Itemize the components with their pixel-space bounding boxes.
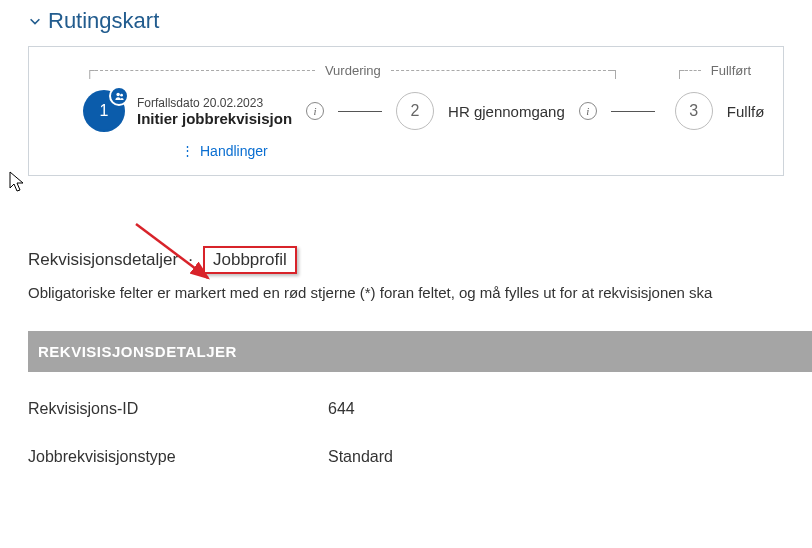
drag-handle-icon[interactable]: ⋮ bbox=[181, 147, 194, 155]
people-badge-icon bbox=[109, 86, 129, 106]
detail-value-req-id: 644 bbox=[328, 400, 355, 418]
svg-point-1 bbox=[120, 93, 123, 96]
connector bbox=[611, 111, 655, 112]
actions-link[interactable]: Handlinger bbox=[200, 143, 268, 159]
step-1-title: Initier jobbrekvisisjon bbox=[137, 110, 292, 127]
step-1-due: Forfallsdato 20.02.2023 bbox=[137, 96, 292, 110]
detail-value-req-type: Standard bbox=[328, 448, 393, 466]
step-circle-3[interactable]: 3 bbox=[675, 92, 713, 130]
section-header-routing[interactable]: Rutingskart bbox=[0, 0, 812, 42]
step-2-title: HR gjennomgang bbox=[448, 103, 565, 120]
mandatory-hint: Obligatoriske felter er markert med en r… bbox=[28, 284, 812, 301]
detail-label-req-id: Rekvisisjons-ID bbox=[28, 400, 328, 418]
tab-job-profile[interactable]: Jobbprofil bbox=[203, 246, 297, 274]
step-number: 2 bbox=[411, 102, 420, 120]
connector bbox=[338, 111, 382, 112]
step-number: 3 bbox=[689, 102, 698, 120]
detail-label-req-type: Jobbrekvisisjonstype bbox=[28, 448, 328, 466]
cursor-icon bbox=[8, 170, 28, 194]
detail-row: Rekvisisjons-ID 644 bbox=[28, 400, 812, 418]
info-icon[interactable]: i bbox=[306, 102, 324, 120]
step-circle-1[interactable]: 1 bbox=[85, 92, 123, 130]
group-label-assessment: ┌ Vurdering ┐ bbox=[85, 63, 655, 77]
chevron-down-icon bbox=[28, 14, 42, 28]
section-bar-requisition-details: REKVISISJONSDETALJER bbox=[28, 331, 812, 372]
detail-row: Jobbrekvisisjonstype Standard bbox=[28, 448, 812, 466]
tab-separator: · bbox=[188, 250, 193, 270]
step-number: 1 bbox=[100, 102, 109, 120]
tab-requisition-details[interactable]: Rekvisisjonsdetaljer bbox=[28, 250, 178, 270]
step-3-title: Fullfø bbox=[727, 103, 765, 120]
step-circle-2[interactable]: 2 bbox=[396, 92, 434, 130]
routing-card: ┌ Vurdering ┐ 1 Forfallsdato 20.02.2023 … bbox=[28, 46, 784, 176]
group-label-complete: ┌ Fullført bbox=[675, 63, 765, 77]
section-title: Rutingskart bbox=[48, 8, 159, 34]
info-icon[interactable]: i bbox=[579, 102, 597, 120]
svg-point-0 bbox=[116, 92, 119, 95]
